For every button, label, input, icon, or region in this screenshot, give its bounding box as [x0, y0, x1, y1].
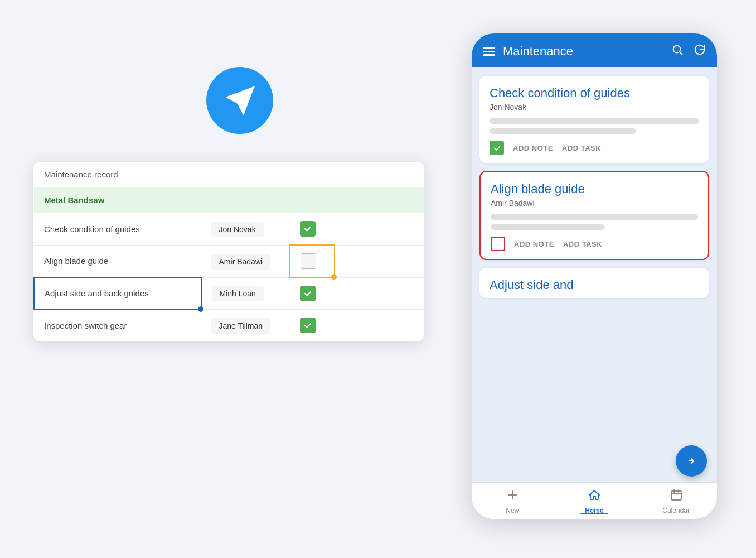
add-note-button-1[interactable]: ADD NOTE [513, 144, 553, 152]
card-line-3 [491, 214, 698, 220]
refresh-icon[interactable] [694, 44, 706, 59]
add-task-button-1[interactable]: ADD TASK [562, 144, 601, 152]
task-label: Inspection switch gear [34, 310, 201, 341]
phone-title: Maintenance [503, 44, 573, 59]
card-assignee-2: Amir Badawi [491, 199, 698, 208]
card-line-2 [490, 128, 636, 134]
plus-icon [506, 488, 519, 505]
card-line-4 [491, 224, 605, 230]
nav-item-new[interactable]: New [490, 488, 535, 514]
assignee-name: Jane Tillman [211, 318, 271, 334]
card-line-1 [490, 118, 699, 124]
home-icon [588, 488, 601, 505]
header-right [671, 44, 706, 59]
card-title-1: Check condition of guides [490, 86, 699, 100]
spreadsheet-panel: Maintenance record Metal Bandsaw Check c… [33, 162, 424, 341]
table-row[interactable]: Align blade guide Amir Badawi [34, 245, 424, 277]
extra-cell [335, 310, 424, 341]
phone-content: Check condition of guides Jon Novak ADD … [472, 67, 717, 482]
assignee-cell: Jon Novak [201, 213, 290, 246]
blue-handle [198, 306, 203, 312]
assignee-cell: Minh Loan [201, 277, 290, 310]
card-assignee-1: Jon Novak [490, 103, 699, 112]
nav-label-calendar: Calendar [662, 507, 690, 514]
phone-header: Maintenance [472, 33, 717, 67]
phone-frame: Maintenance Check condition of guides Jo… [472, 33, 717, 519]
col-name-header [201, 162, 290, 187]
card-actions-2: ADD NOTE ADD TASK [491, 237, 698, 251]
task-label: Check condition of guides [34, 213, 201, 246]
nav-active-bar [580, 513, 608, 514]
table-row[interactable]: Check condition of guides Jon Novak [34, 213, 424, 246]
checkbox-unchecked[interactable] [301, 253, 316, 269]
add-task-button-2[interactable]: ADD TASK [563, 240, 602, 248]
checkbox-checked[interactable] [300, 318, 316, 333]
assignee-cell: Jane Tillman [201, 310, 290, 341]
extra-cell [335, 213, 424, 246]
task-card-1[interactable]: Check condition of guides Jon Novak ADD … [479, 76, 709, 163]
assignee-name: Jon Novak [211, 222, 264, 237]
col-check-header [290, 162, 335, 187]
check-cell[interactable] [290, 310, 335, 341]
nav-item-calendar[interactable]: Calendar [654, 488, 699, 514]
add-note-button-2[interactable]: ADD NOTE [514, 240, 554, 248]
svg-rect-1 [671, 491, 681, 500]
menu-icon[interactable] [483, 47, 495, 56]
paper-plane-icon [206, 67, 273, 134]
header-left: Maintenance [483, 44, 573, 59]
card-title-2: Align blade guide [491, 182, 698, 196]
extra-cell [335, 277, 424, 310]
section-label: Metal Bandsaw [34, 187, 424, 213]
extra-cell [335, 245, 424, 277]
assignee-cell: Amir Badawi [201, 245, 290, 277]
partial-card: Adjust side and [479, 268, 709, 298]
section-row-metal-bandsaw: Metal Bandsaw [34, 187, 424, 213]
check-cell[interactable] [290, 213, 335, 246]
nav-label-new: New [506, 507, 519, 514]
search-icon[interactable] [671, 44, 684, 59]
check-cell[interactable] [290, 277, 335, 310]
task-label-selected: Adjust side and back guides [34, 277, 201, 310]
card-checkbox-unchecked-2[interactable] [491, 237, 505, 251]
fab-button[interactable] [676, 445, 707, 477]
checkbox-checked[interactable] [300, 286, 316, 301]
col-extra-header [335, 162, 424, 187]
partial-card-title: Adjust side and [490, 278, 699, 292]
assignee-name: Amir Badawi [211, 254, 271, 270]
calendar-icon [670, 488, 683, 505]
spreadsheet-header: Maintenance record [34, 162, 424, 187]
col-task-header: Maintenance record [34, 162, 201, 187]
card-checkbox-checked-1[interactable] [490, 141, 504, 155]
bottom-nav: New Home Calendar [472, 482, 717, 519]
assignee-name: Minh Loan [212, 286, 264, 301]
table-row[interactable]: Inspection switch gear Jane Tillman [34, 310, 424, 341]
checkbox-checked[interactable] [300, 221, 316, 237]
nav-item-home[interactable]: Home [572, 488, 617, 514]
table-row-selected[interactable]: Adjust side and back guides Minh Loan [34, 277, 424, 310]
task-card-2[interactable]: Align blade guide Amir Badawi ADD NOTE A… [479, 171, 709, 260]
task-label: Align blade guide [34, 245, 201, 277]
card-actions-1: ADD NOTE ADD TASK [490, 141, 699, 155]
check-cell-yellow[interactable] [290, 245, 335, 277]
